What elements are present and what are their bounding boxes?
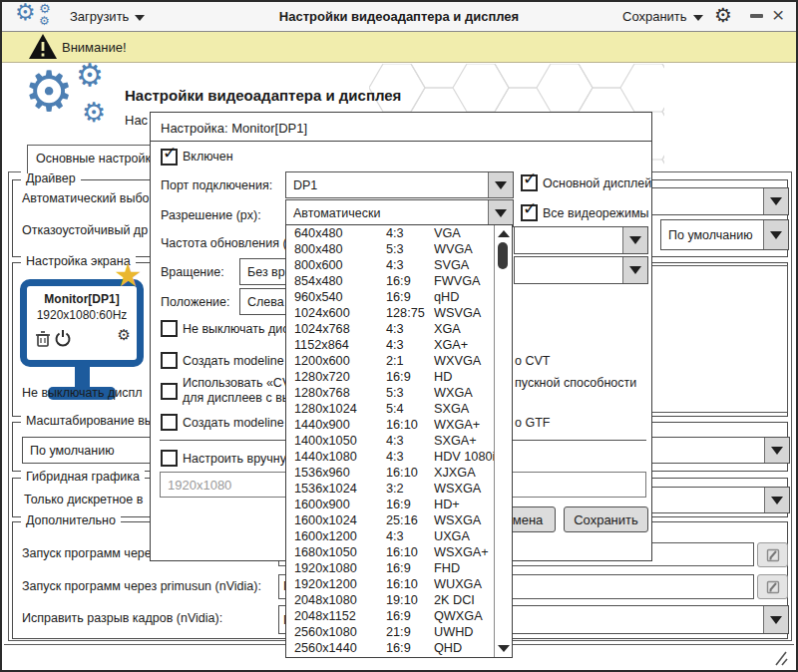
resolution-option[interactable]: 1536x960 16:10 XJXGA	[286, 465, 495, 481]
resolution-option[interactable]: 960x540 16:9 qHD	[286, 289, 495, 305]
resolution-option[interactable]: 1440x1080 4:3 HDV 1080i	[286, 449, 495, 465]
resize-grip[interactable]	[770, 650, 788, 666]
chevron-down-icon[interactable]	[764, 488, 789, 512]
chevron-down-icon[interactable]	[763, 220, 788, 249]
resolution-value: 1400x1050	[286, 433, 386, 449]
fieldset-scaling-legend: Масштабирование вы	[21, 414, 159, 428]
refresh-rate-select[interactable]	[514, 226, 648, 254]
resolution-option[interactable]: 800x600 4:3 SVGA	[286, 257, 495, 273]
standard-name-value: XGA	[434, 321, 495, 337]
driver-failsafe-select[interactable]: По умолчанию	[660, 219, 789, 250]
resolution-option[interactable]: 1600x900 16:9 HD+	[286, 497, 495, 512]
screen-note-fragment: Не выключать диспл	[22, 386, 143, 400]
chevron-down-icon[interactable]	[764, 438, 789, 463]
popup-scrollbar[interactable]	[494, 225, 512, 657]
settings-gear-button[interactable]: ⚙	[714, 3, 732, 27]
resolution-value: 1024x768	[286, 321, 386, 337]
resolution-option[interactable]: 1920x1200 16:10 WUXGA	[286, 576, 495, 592]
aspect-ratio-value: 5:3	[386, 241, 434, 257]
scroll-down-icon[interactable]	[498, 645, 510, 652]
minimize-button[interactable]	[750, 14, 763, 18]
resolution-option[interactable]: 1280x768 5:3 WXGA	[286, 385, 495, 401]
resolution-value: 2048x1080	[286, 592, 386, 608]
port-select[interactable]: DP1	[285, 171, 514, 198]
resolution-option[interactable]: 640x480 4:3 VGA	[286, 225, 495, 241]
resolution-option[interactable]: 1024x768 4:3 XGA	[286, 321, 495, 337]
resolution-option[interactable]: 2048x1152 16:9 QWXGA	[286, 608, 495, 624]
manual-mode-checkbox[interactable]	[161, 450, 178, 467]
fieldset-hybrid-legend: Гибридная графика	[21, 470, 145, 484]
aspect-ratio-value: 128:75	[386, 305, 434, 321]
app-window: ⚙ ⚙ ⚙ Загрузить Настройки видеоадаптера …	[0, 0, 798, 672]
delete-monitor-trash-icon[interactable]	[36, 331, 50, 347]
save-button[interactable]: Сохранить	[564, 506, 648, 532]
chevron-down-icon[interactable]	[622, 227, 647, 253]
warning-triangle-icon	[29, 34, 57, 59]
resolution-option[interactable]: 1024x600 128:75 WSVGA	[286, 305, 495, 321]
page-logo-gear-small2-icon: ⚙	[82, 100, 106, 127]
resolution-option[interactable]: 2560x1080 21:9 UWHD	[286, 624, 495, 640]
standard-name-value: FWVGA	[434, 273, 495, 289]
keep-display-on-checkbox[interactable]	[161, 320, 178, 337]
all-modes-checkbox[interactable]	[521, 204, 538, 221]
resolution-option[interactable]: 1680x1050 16:10 WSXGA+	[286, 544, 495, 560]
monitor-settings-gear-icon[interactable]: ⚙	[118, 326, 131, 344]
aspect-ratio-value: 16:9	[386, 289, 434, 305]
resolution-option[interactable]: 1920x1080 16:9 FHD	[286, 560, 495, 576]
dialog-title-divider	[151, 141, 651, 142]
resolution-option[interactable]: 800x480 5:3 WVGA	[286, 241, 495, 257]
aspect-ratio-value: 25:16	[386, 512, 434, 528]
resolution-option[interactable]: 1280x720 16:9 HD	[286, 369, 495, 385]
aspect-ratio-value: 4:3	[386, 225, 434, 241]
aspect-ratio-value: 16:9	[386, 497, 434, 512]
resolution-option[interactable]: 1280x1024 5:4 SXGA	[286, 401, 495, 417]
close-button[interactable]: ×	[772, 3, 784, 27]
resolution-option[interactable]: 1536x1024 3:2 WSXGA	[286, 481, 495, 497]
resolution-value: 1600x1024	[286, 512, 386, 528]
tab-main-settings[interactable]: Основные настройки	[27, 145, 162, 173]
scaling-value: По умолчанию	[30, 444, 115, 458]
aspect-ratio-value: 4:3	[386, 528, 434, 544]
resolution-value: 1280x768	[286, 385, 386, 401]
resolution-option[interactable]: 1440x900 16:10 WXGA+	[286, 417, 495, 433]
resolution-option[interactable]: 2560x1440 16:9 QHD	[286, 640, 495, 656]
port-value: DP1	[293, 178, 317, 192]
chevron-down-icon[interactable]	[488, 200, 513, 226]
standard-name-value: XJXGA	[434, 465, 495, 481]
chevron-down-icon[interactable]	[763, 188, 788, 214]
aspect-ratio-value: 16:9	[386, 369, 434, 385]
standard-name-value: WVGA	[434, 241, 495, 257]
aspect-ratio-value: 5:4	[386, 401, 434, 417]
refresh-rate-label-fragment: Частота обновления (	[161, 236, 287, 250]
aspect-ratio-value: 4:3	[386, 449, 434, 465]
resolution-select[interactable]: Автоматически	[285, 199, 514, 227]
save-menu-button[interactable]: Сохранить	[622, 9, 703, 24]
resolution-option[interactable]: 1152x864 4:3 XGA+	[286, 337, 495, 353]
resolution-option[interactable]: 1600x1200 4:3 UXGA	[286, 528, 495, 544]
scroll-up-icon[interactable]	[498, 230, 510, 237]
chevron-down-icon[interactable]	[763, 606, 788, 633]
enabled-checkbox[interactable]	[161, 149, 178, 166]
resolution-option[interactable]: 1600x1024 25:16 WSXGA	[286, 512, 495, 528]
resolution-option[interactable]: 2048x1080 19:10 2K DCI	[286, 592, 495, 608]
power-toggle-icon[interactable]	[55, 330, 71, 347]
chevron-down-icon[interactable]	[488, 172, 513, 197]
manual-mode-label-fragment: Настроить вручну	[183, 452, 286, 466]
modeline-cvt-checkbox[interactable]	[161, 352, 178, 369]
resolution-option[interactable]: 854x480 16:9 FWVGA	[286, 273, 495, 289]
chevron-down-icon[interactable]	[622, 257, 647, 283]
driver-auto-label: Автоматический выбо	[22, 191, 150, 205]
modeline-gtf-checkbox[interactable]	[161, 414, 178, 431]
primary-display-checkbox[interactable]	[521, 174, 538, 191]
extra-row2-edit-button[interactable]	[757, 574, 788, 599]
standard-name-value: XGA+	[434, 337, 495, 353]
warning-bar: Внимание!	[2, 32, 796, 63]
scrollbar-thumb[interactable]	[498, 242, 508, 269]
cvt-reduced-checkbox[interactable]	[161, 383, 178, 400]
resolution-label: Разрешение (px):	[161, 208, 261, 222]
resolution-option[interactable]: 1200x600 2:1 WXVGA	[286, 353, 495, 369]
resolution-option[interactable]: 1400x1050 4:3 SXGA+	[286, 433, 495, 449]
reflection-select[interactable]	[514, 256, 648, 284]
extra-row1-edit-button[interactable]	[757, 542, 788, 567]
cvt-reduced-label-line2-fragment: для дисплеев с вы	[183, 391, 291, 405]
